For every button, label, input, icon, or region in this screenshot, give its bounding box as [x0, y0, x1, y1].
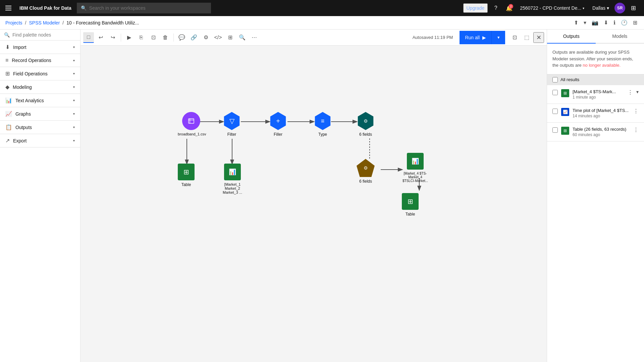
paste-button[interactable]: ⊡	[148, 32, 159, 43]
sidebar-item-graphs[interactable]: 📈 Graphs ▾	[0, 107, 80, 120]
search-icon: 🔍	[81, 5, 87, 11]
node-filter1[interactable]: ▽ Filter	[223, 112, 241, 137]
help-button[interactable]: ?	[490, 3, 501, 13]
global-search[interactable]: 🔍	[77, 3, 211, 13]
sidebar-label-field-operations: Field Operations	[13, 71, 70, 76]
node-market-output[interactable]: 📊 [Market_1Market_2Market_3 ...	[223, 164, 242, 194]
result-item-2[interactable]: 📈 Time plot of [Market_4 $TS... 14 minut…	[547, 104, 644, 123]
screenshot-icon[interactable]: 📷	[590, 18, 600, 27]
undo-button[interactable]: ↩	[95, 32, 106, 43]
result-content-3: Table (26 fields, 63 records) 60 minutes…	[573, 127, 630, 137]
run-button[interactable]: ▶	[124, 32, 135, 43]
notifications-button[interactable]: 🔔 2	[504, 3, 515, 13]
import-icon: ⬇	[5, 44, 10, 50]
code-button[interactable]: </>	[213, 32, 223, 43]
search-input[interactable]	[89, 5, 207, 11]
grid-button[interactable]: ⊞	[225, 32, 235, 43]
record-ops-icon: ≡	[5, 57, 8, 63]
all-results-header: All results	[547, 74, 644, 85]
result-icon-2: 📈	[561, 108, 569, 116]
settings-icon[interactable]: ⊞	[632, 18, 639, 27]
grid-icon[interactable]: ⊞	[628, 3, 639, 13]
chevron-icon: ▾	[73, 72, 75, 75]
sidebar-item-modeling[interactable]: ◆ Modeling ▾	[0, 80, 80, 94]
result-item-3[interactable]: ⊞ Table (26 fields, 63 records) 60 minut…	[547, 123, 644, 141]
sidebar-item-import[interactable]: ⬇ Import ▾	[0, 41, 80, 54]
result-checkbox-1[interactable]	[552, 90, 558, 95]
run-all-dropdown[interactable]: ▾	[492, 31, 505, 44]
node-6fields-bottom[interactable]: ⚙ 6 fields	[357, 159, 375, 184]
canvas-close-button[interactable]: ✕	[533, 32, 544, 43]
node-table1[interactable]: ⊞ Table	[178, 164, 195, 187]
6fields-top-label: 6 fields	[359, 132, 372, 137]
sidebar-item-text-analytics[interactable]: 📊 Text Analytics ▾	[0, 94, 80, 107]
download-icon[interactable]: ⬇	[602, 18, 609, 27]
right-panel-info: Outputs are available during your SPSS M…	[547, 44, 644, 74]
comment-button[interactable]: 💬	[176, 32, 187, 43]
result-name-2: Time plot of [Market_4 $TS...	[573, 108, 630, 113]
result-expand-1[interactable]: ▾	[636, 89, 639, 95]
svg-rect-9	[189, 119, 194, 123]
chevron-icon: ▾	[73, 125, 75, 129]
tab-models[interactable]: Models	[596, 29, 644, 44]
hamburger-menu[interactable]	[5, 6, 11, 10]
breadcrumb-spss[interactable]: SPSS Modeler	[29, 20, 60, 25]
node-type[interactable]: ≡ Type	[314, 112, 332, 137]
info-icon[interactable]: ℹ	[612, 18, 617, 27]
account-selector[interactable]: 2560722 - CPD Content De... ▾	[517, 4, 587, 12]
region-selector[interactable]: Dallas ▾	[590, 4, 612, 12]
sidebar-label-export: Export	[13, 138, 70, 143]
sidebar-item-field-operations[interactable]: ⊞ Field Operations ▾	[0, 67, 80, 80]
field-ops-icon: ⊞	[5, 70, 10, 77]
export-icon[interactable]: ⬆	[573, 18, 580, 27]
market-output-label: [Market_1Market_2Market_3 ...	[223, 182, 242, 194]
delete-button[interactable]: 🗑	[160, 32, 171, 43]
type-label: Type	[318, 132, 327, 137]
no-longer-available-link[interactable]: no longer available.	[583, 63, 621, 68]
sidebar-search-input[interactable]	[12, 32, 76, 38]
upgrade-button[interactable]: Upgrade	[463, 3, 488, 13]
zoom-button[interactable]: 🔍	[237, 32, 248, 43]
result-menu-2[interactable]: ⋮	[633, 108, 639, 114]
node-ts-output[interactable]: 📊 [Market_4 $TS-Market_4$TSLCI-Market...	[402, 153, 429, 183]
avatar[interactable]: SR	[614, 3, 625, 13]
expand-button[interactable]: ⬚	[521, 32, 532, 43]
graphs-icon: 📈	[5, 111, 12, 117]
all-results-checkbox[interactable]	[552, 77, 558, 82]
wrench-button[interactable]: ⚙	[201, 32, 211, 43]
copy-button[interactable]: ⎘	[136, 32, 147, 43]
more-button[interactable]: ⋯	[249, 32, 260, 43]
result-menu-1[interactable]: ⋮	[628, 89, 633, 96]
help-icon: ?	[494, 5, 497, 11]
node-filler[interactable]: + Filler	[269, 112, 287, 137]
result-item-1[interactable]: ⊞ [Market_4 $TS-Mark... 1 minute ago ⋮ ▾	[547, 85, 644, 104]
export-icon: ↗	[5, 137, 10, 144]
sidebar-search[interactable]: 🔍	[0, 29, 80, 41]
select-tool-button[interactable]: □	[83, 32, 94, 43]
sidebar-item-outputs[interactable]: 📋 Outputs ▾	[0, 121, 80, 134]
result-menu-3[interactable]: ⋮	[633, 127, 639, 133]
sidebar-item-export[interactable]: ↗ Export ▾	[0, 134, 80, 147]
node-6fields-top[interactable]: ⚙ 6 fields	[357, 112, 375, 137]
result-checkbox-3[interactable]	[552, 127, 558, 133]
chevron-down-icon[interactable]: ▾	[582, 18, 588, 27]
result-time-2: 14 minutes ago	[573, 114, 630, 118]
node-table2[interactable]: ⊞ Table	[402, 193, 419, 217]
breadcrumb-projects[interactable]: Projects	[5, 20, 22, 25]
result-checkbox-2[interactable]	[552, 109, 558, 114]
sidebar-item-record-operations[interactable]: ≡ Record Operations ▾	[0, 54, 80, 67]
run-all-button[interactable]: Run all ▶	[460, 31, 491, 44]
flow-canvas[interactable]: broadband_1.csv ▽ Filter + Filler ≡ Type…	[80, 46, 547, 362]
redo-button[interactable]: ↪	[107, 32, 118, 43]
breadcrumb-sep2: /	[62, 20, 64, 25]
run-all-group: Run all ▶ ▾	[460, 31, 505, 44]
search-icon: 🔍	[4, 32, 10, 38]
panel-toggle-button[interactable]: ⊡	[509, 32, 520, 43]
node-broadband[interactable]: broadband_1.csv	[178, 112, 205, 136]
history-icon[interactable]: 🕐	[620, 18, 629, 27]
chevron-icon: ▾	[73, 99, 75, 102]
link-button[interactable]: 🔗	[189, 32, 199, 43]
autosave-label: Autosaved 11:19 PM	[413, 35, 453, 40]
chevron-icon: ▾	[73, 139, 75, 142]
tab-outputs[interactable]: Outputs	[547, 29, 596, 44]
